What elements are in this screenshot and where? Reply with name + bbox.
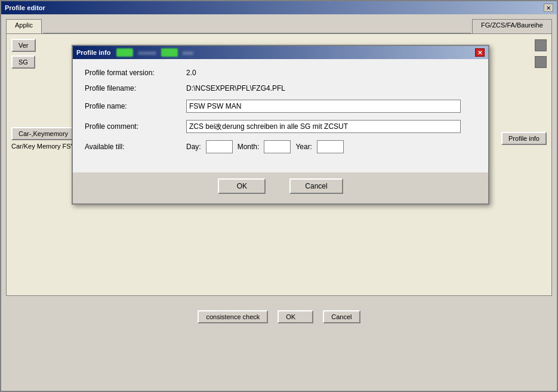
month-label: Month: bbox=[238, 143, 260, 151]
modal-ok-button[interactable]: OK bbox=[218, 178, 266, 194]
tab-fg-zcs[interactable]: FG/ZCS/FA/Baureihe bbox=[472, 19, 552, 33]
modal-title-middle: ●●●●● ●●● bbox=[116, 48, 469, 57]
profile-name-label: Profile name: bbox=[85, 102, 186, 110]
modal-title-bar: Profile info ●●●●● ●●● ✕ bbox=[73, 46, 488, 59]
profile-name-row: Profile name: bbox=[85, 100, 476, 113]
tab-row: Applic FG/ZCS/FA/Baureihe bbox=[6, 19, 552, 33]
right-scroll-indicator bbox=[535, 39, 547, 51]
blurred-text-2: ●●● bbox=[183, 50, 193, 56]
available-till-row: Available till: Day: Month: Year: bbox=[85, 140, 476, 153]
day-label: Day: bbox=[186, 143, 201, 151]
green-indicator-1 bbox=[116, 48, 133, 57]
filename-label: Profile filename: bbox=[85, 84, 186, 92]
tab-applic[interactable]: Applic bbox=[6, 19, 42, 33]
profile-info-button[interactable]: Profile info bbox=[501, 132, 547, 145]
profile-comment-label: Profile comment: bbox=[85, 122, 186, 131]
green-indicator-2 bbox=[161, 48, 178, 57]
profile-comment-input[interactable] bbox=[186, 120, 461, 133]
format-version-row: Profile format version: 2.0 bbox=[85, 69, 476, 77]
blurred-text-1: ●●●●● bbox=[138, 50, 156, 56]
consistence-check-button[interactable]: consistence check bbox=[198, 310, 268, 323]
ok-button[interactable]: OK bbox=[278, 310, 313, 323]
format-version-label: Profile format version: bbox=[85, 69, 186, 77]
modal-content: Profile format version: 2.0 Profile file… bbox=[73, 59, 488, 172]
avail-fields: Day: Month: Year: bbox=[186, 140, 344, 153]
month-input[interactable] bbox=[264, 140, 291, 153]
right-scroll-indicator2 bbox=[535, 56, 547, 68]
profile-info-dialog: Profile info ●●●●● ●●● ✕ Profile format … bbox=[72, 45, 489, 205]
window-title: Profile editor bbox=[5, 4, 45, 11]
profile-name-input[interactable] bbox=[186, 100, 461, 113]
available-till-label: Available till: bbox=[85, 143, 186, 151]
title-bar: Profile editor ✕ bbox=[1, 1, 557, 14]
footer-row: consistence check OK Cancel bbox=[6, 305, 552, 328]
year-input[interactable] bbox=[317, 140, 344, 153]
window-close-button[interactable]: ✕ bbox=[544, 4, 553, 12]
day-input[interactable] bbox=[206, 140, 233, 153]
year-label: Year: bbox=[295, 143, 312, 151]
profile-comment-row: Profile comment: bbox=[85, 120, 476, 133]
modal-cancel-button[interactable]: Cancel bbox=[289, 178, 343, 194]
format-version-value: 2.0 bbox=[186, 69, 196, 77]
modal-footer: OK Cancel bbox=[73, 172, 488, 203]
bottom-buttons-right: Profile info bbox=[501, 132, 547, 145]
modal-close-button[interactable]: ✕ bbox=[475, 48, 485, 57]
cancel-button[interactable]: Cancel bbox=[323, 310, 360, 323]
filename-value: D:\NCSEXPER\PFL\FZG4.PFL bbox=[186, 84, 285, 92]
modal-title: Profile info bbox=[76, 49, 110, 56]
sg-button[interactable]: SG bbox=[11, 55, 35, 69]
ver-button[interactable]: Ver bbox=[11, 39, 36, 52]
filename-row: Profile filename: D:\NCSEXPER\PFL\FZG4.P… bbox=[85, 84, 476, 92]
